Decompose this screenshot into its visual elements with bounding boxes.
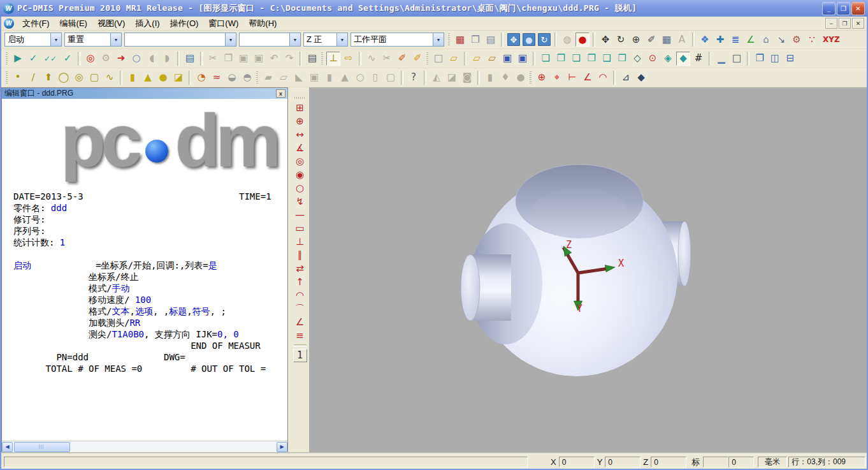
dim-straightness-icon[interactable]: — (293, 209, 307, 222)
color-layers-icon[interactable]: ≣ (728, 33, 742, 47)
rotate-mode-icon[interactable]: ↻ (614, 33, 628, 47)
scale-indicator-icon[interactable]: ↘ (774, 33, 788, 47)
report-window-icon[interactable]: ▤ (484, 33, 498, 47)
minimize-view-icon[interactable]: ▁ (714, 52, 728, 66)
graphics-window-icon[interactable]: ❐ (468, 33, 482, 47)
dimension-location-icon[interactable]: ⊕ (535, 71, 549, 85)
pan-button[interactable]: ✥ (507, 33, 520, 46)
comment2-icon[interactable]: ◗ (160, 52, 174, 66)
dim-profile-line-icon[interactable]: ↑ (293, 275, 307, 289)
measured-cylinder-icon[interactable]: ▮ (126, 71, 140, 85)
tile-horizontal-icon[interactable]: ◫ (768, 52, 782, 66)
dimension-profile-icon[interactable]: ◠ (596, 71, 610, 85)
new-program-icon[interactable]: □ (431, 52, 445, 66)
maximize-view-icon[interactable]: □ (730, 52, 744, 66)
execute-program-button[interactable]: ▶ (11, 52, 25, 66)
mdi-minimize-button[interactable]: − (825, 18, 837, 29)
dim-perpendicularity-icon[interactable]: ⊥ (293, 235, 307, 249)
dim-concentricity-icon[interactable]: ◎ (293, 155, 307, 168)
chevron-down-icon[interactable]: ▼ (433, 33, 444, 46)
machine-settings-icon[interactable]: ⚙ (790, 33, 804, 47)
print-icon[interactable]: ▤ (305, 52, 319, 66)
gauge-dial-icon[interactable]: ◔ (194, 71, 208, 85)
dim-parallelism-icon[interactable]: ∥ (293, 249, 307, 262)
save-program-icon[interactable]: ▣ (500, 52, 514, 66)
redo-icon[interactable]: ↷ (282, 52, 296, 66)
menu-operation[interactable]: 操作(O) (165, 17, 204, 31)
copy-icon[interactable]: ❐ (221, 52, 235, 66)
chevron-down-icon[interactable]: ▼ (289, 33, 300, 46)
gears-icon[interactable]: ⚙ (99, 52, 113, 66)
gauge-help-icon[interactable]: ◒ (225, 71, 239, 85)
axes-display-icon[interactable]: ∠ (744, 33, 758, 47)
dim-arc-icon[interactable]: ⌒ (293, 302, 307, 316)
measured-circle-icon[interactable]: ◯ (57, 71, 71, 85)
scan-curve-icon[interactable]: ≈ (210, 71, 224, 85)
auto-surface-icon[interactable]: ◪ (445, 71, 459, 85)
undo-icon[interactable]: ↶ (267, 52, 281, 66)
view-bottom-icon[interactable]: ❒ (615, 52, 629, 66)
spline-icon[interactable]: ∿ (365, 52, 379, 66)
chevron-down-icon[interactable]: ▼ (225, 33, 236, 46)
cut-icon[interactable]: ✂ (206, 52, 220, 66)
view-left-icon[interactable]: ❏ (569, 52, 583, 66)
dimension-distance-icon[interactable]: ⊢ (565, 71, 579, 85)
dim-circularity-icon[interactable]: ◉ (293, 168, 307, 182)
measured-slot-icon[interactable]: ▢ (87, 71, 101, 85)
marker-pen-icon[interactable]: ✐ (395, 52, 409, 66)
probe-tip-combo[interactable]: ▼ (239, 33, 301, 47)
probe-pen-icon[interactable]: ✐ (644, 33, 658, 47)
restore-button[interactable]: ❐ (837, 2, 850, 15)
edit-window-content[interactable]: pcdm DATE=2013-5-3 TIME=1零件名: ddd修订号:序列号… (2, 99, 287, 441)
edit-window-close-button[interactable]: x (276, 89, 286, 98)
graphics-view[interactable]: Z X Y (309, 87, 867, 453)
view-top-icon[interactable]: ❑ (600, 52, 614, 66)
zoom-button[interactable]: ● (523, 33, 535, 46)
auto-square-slot-icon[interactable]: ▯ (368, 71, 382, 85)
record-button[interactable]: ◎ (83, 52, 98, 66)
measured-cone-icon[interactable]: ▲ (141, 71, 155, 85)
measured-circle2-icon[interactable]: ◎ (72, 71, 86, 85)
screen-colors-icon[interactable]: ▦ (453, 33, 467, 47)
scroll-thumb[interactable] (14, 442, 70, 452)
view-iso-icon[interactable]: ◇ (630, 52, 644, 66)
dim-roundness-icon[interactable]: ○ (293, 182, 307, 195)
probe-dots-icon[interactable]: ∵ (805, 33, 819, 47)
auto-edge-icon[interactable]: ▱ (277, 71, 291, 85)
goto-position-icon[interactable]: ⇨ (342, 52, 356, 66)
minimize-button[interactable]: _ (822, 2, 835, 15)
dimension-angle-icon[interactable]: ∠ (581, 71, 595, 85)
auto-round-slot-icon[interactable]: ▢ (384, 71, 398, 85)
measured-plane-icon[interactable]: ⬆ (41, 71, 55, 85)
edit-window-hscrollbar[interactable]: ◀ ▶ (2, 441, 287, 452)
chevron-down-icon[interactable]: ▼ (336, 33, 347, 46)
view-front-icon[interactable]: ❏ (539, 52, 553, 66)
menu-insert[interactable]: 插入(I) (130, 17, 164, 31)
scroll-left-button[interactable]: ◀ (2, 442, 13, 452)
menu-help[interactable]: 帮助(H) (243, 17, 282, 31)
chevron-down-icon[interactable]: ▼ (50, 33, 61, 46)
jump-to-icon[interactable]: ➜ (114, 52, 128, 66)
move-part-icon[interactable]: ◆ (634, 71, 648, 85)
menu-edit[interactable]: 编辑(E) (55, 17, 92, 31)
marker-pen-x-icon[interactable]: ✐ (410, 52, 424, 66)
probe-display-icon[interactable]: ✚ (713, 33, 727, 47)
view-right-icon[interactable]: ❐ (584, 52, 598, 66)
comment-icon[interactable]: ◖ (145, 52, 159, 66)
auto-plane-icon[interactable]: ▰ (261, 71, 275, 85)
page-1-button[interactable]: 1 (293, 349, 307, 362)
auto-cone2-icon[interactable]: ♦ (498, 71, 512, 85)
dim-runout-icon[interactable]: ↯ (293, 195, 307, 209)
menu-view[interactable]: 视图(V) (92, 17, 130, 31)
menu-window[interactable]: 窗口(W) (203, 17, 243, 31)
dim-distance-icon[interactable]: ↔ (293, 128, 307, 142)
translate-mode-icon[interactable]: ✥ (598, 33, 612, 47)
cad-model-icon[interactable]: ❖ (698, 33, 712, 47)
edit-window-titlebar[interactable]: 编辑窗口 - ddd.PRG x (2, 88, 287, 99)
paste-icon[interactable]: ▣ (236, 52, 250, 66)
clip-icon[interactable]: ✂ (380, 52, 394, 66)
auto-cone-icon[interactable]: ▲ (338, 71, 352, 85)
menu-file[interactable]: 文件(F) (17, 17, 55, 31)
view-iso2-icon[interactable]: ◈ (661, 52, 675, 66)
dim-flatness-icon[interactable]: ▭ (293, 222, 307, 235)
